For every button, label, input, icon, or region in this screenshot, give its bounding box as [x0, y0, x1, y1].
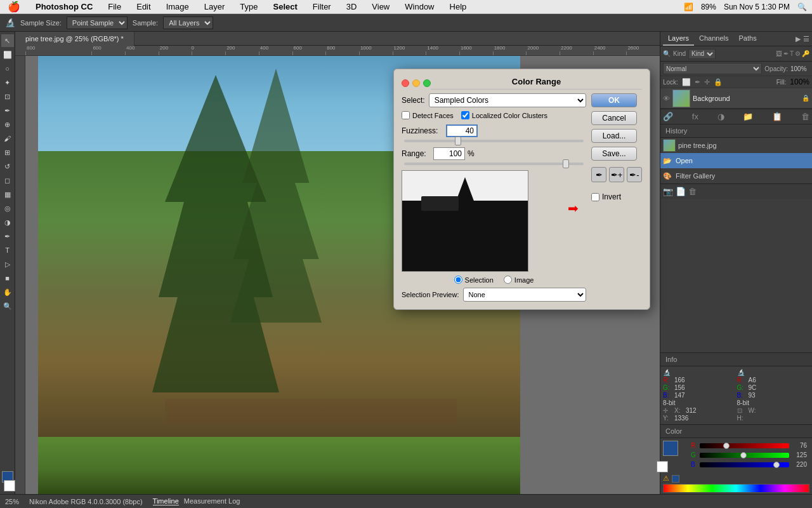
lock-position-icon[interactable]: ✛ [704, 78, 710, 86]
new-group-icon[interactable]: 📁 [743, 112, 753, 121]
menu-file[interactable]: File [105, 2, 124, 11]
lock-all-icon[interactable]: 🔒 [714, 78, 723, 86]
marquee-tool[interactable]: ⬜ [1, 48, 14, 61]
foreground-color-swatch[interactable] [663, 441, 678, 456]
lock-pixels-icon[interactable]: ✒ [695, 78, 700, 86]
history-item-filter[interactable]: 🎨 Filter Gallery [660, 168, 812, 184]
filter-kind-select[interactable]: Kind [688, 49, 716, 59]
path-selection-tool[interactable]: ▷ [1, 258, 14, 271]
add-eyedropper[interactable]: ✒+ [609, 167, 624, 182]
zoom-tool[interactable]: 🔍 [1, 300, 14, 312]
menu-type[interactable]: Type [237, 2, 260, 11]
close-button[interactable] [402, 79, 409, 87]
g-slider-thumb[interactable] [740, 452, 747, 458]
sample-select[interactable]: All Layers [163, 17, 213, 29]
hand-tool[interactable]: ✋ [1, 286, 14, 298]
fuzziness-slider-handle[interactable] [455, 137, 461, 145]
g-slider[interactable] [700, 453, 789, 458]
range-slider-handle[interactable] [563, 159, 569, 168]
measurement-log-tab[interactable]: Measurement Log [184, 497, 240, 505]
fuzziness-input[interactable]: 40 [446, 124, 478, 137]
subtract-eyedropper[interactable]: ✒- [627, 167, 642, 182]
play-button[interactable]: ▶ [796, 35, 801, 43]
cancel-button[interactable]: Cancel [591, 111, 637, 125]
fx-icon[interactable]: fx [692, 112, 698, 121]
lasso-tool[interactable]: ○ [1, 62, 14, 75]
color-range-dialog[interactable]: Color Range Select: Sampled Colors Reds … [393, 69, 650, 310]
r-slider[interactable] [700, 443, 789, 448]
background-color[interactable] [4, 480, 15, 491]
new-snapshot-icon[interactable]: 📷 [663, 187, 673, 196]
history-item-snapshot[interactable]: pine tree.jpg [660, 138, 812, 153]
b-slider-thumb[interactable] [773, 462, 780, 468]
invert-checkbox[interactable] [591, 193, 599, 201]
sample-size-select[interactable]: Point Sample [67, 17, 128, 29]
blur-tool[interactable]: ◎ [1, 202, 14, 215]
b-slider[interactable] [700, 462, 789, 467]
detect-faces-checkbox[interactable] [402, 111, 410, 119]
menu-window[interactable]: Window [402, 2, 436, 11]
sample-eyedropper[interactable]: ✒ [591, 167, 606, 182]
selection-preview-select[interactable]: None Grayscale Black Matte White Matte Q… [463, 288, 587, 302]
search-icon[interactable]: 🔍 [797, 3, 807, 11]
panel-menu-icon[interactable]: ☰ [803, 35, 809, 43]
menu-edit[interactable]: Edit [134, 2, 153, 11]
document-tab[interactable]: pine tree.jpg @ 25% (RGB/8*) * [15, 32, 134, 46]
load-button[interactable]: Load... [591, 129, 637, 143]
new-layer-icon[interactable]: 📋 [772, 112, 782, 121]
r-slider-value: 76 [792, 442, 807, 449]
color-spectrum-bar[interactable] [663, 484, 809, 493]
menu-layer[interactable]: Layer [202, 2, 228, 11]
image-radio[interactable] [504, 276, 512, 284]
localized-checkbox[interactable] [461, 111, 469, 119]
menu-help[interactable]: Help [447, 2, 469, 11]
new-adjustment-icon[interactable]: ◑ [717, 112, 724, 121]
brush-tool[interactable]: 🖌 [1, 132, 14, 145]
shape-tool[interactable]: ■ [1, 272, 14, 284]
move-tool[interactable]: ↖ [1, 34, 14, 47]
pen-tool[interactable]: ✒ [1, 230, 14, 243]
selection-radio[interactable] [454, 276, 462, 284]
tab-channels[interactable]: Channels [694, 32, 733, 46]
history-brush-tool[interactable]: ↺ [1, 160, 14, 173]
text-tool[interactable]: T [1, 244, 14, 257]
healing-brush-tool[interactable]: ⊕ [1, 118, 14, 131]
gradient-tool[interactable]: ▦ [1, 188, 14, 201]
detect-faces-label: Detect Faces [412, 112, 454, 119]
w-label: W: [749, 407, 757, 414]
maximize-button[interactable] [423, 79, 431, 87]
new-doc-from-state-icon[interactable]: 📄 [676, 187, 686, 196]
delete-state-icon[interactable]: 🗑 [688, 187, 697, 196]
clone-stamp-tool[interactable]: ⊞ [1, 146, 14, 159]
history-item-open[interactable]: 📂 Open [660, 153, 812, 168]
timeline-tab[interactable]: Timeline [153, 497, 179, 505]
select-dropdown[interactable]: Sampled Colors Reds Yellows Greens Cyans… [429, 93, 586, 107]
background-color-swatch[interactable] [657, 461, 668, 472]
blend-mode-select[interactable]: Normal [663, 63, 762, 74]
crop-tool[interactable]: ⊡ [1, 90, 14, 103]
menu-filter[interactable]: Filter [310, 2, 334, 11]
apple-menu[interactable]: 🍎 [5, 1, 23, 13]
r-slider-thumb[interactable] [723, 443, 730, 449]
delete-layer-icon[interactable]: 🗑 [801, 112, 809, 121]
menu-select[interactable]: Select [270, 2, 299, 11]
eyedropper-tool[interactable]: ✒ [1, 104, 14, 117]
save-button[interactable]: Save... [591, 147, 637, 161]
menu-3d[interactable]: 3D [344, 2, 360, 11]
eraser-tool[interactable]: ◻ [1, 174, 14, 187]
magic-wand-tool[interactable]: ✦ [1, 76, 14, 89]
layer-visibility-icon[interactable]: 👁 [663, 95, 670, 102]
link-layers-icon[interactable]: 🔗 [663, 112, 673, 121]
ok-button[interactable]: OK [591, 93, 637, 107]
menu-image[interactable]: Image [164, 2, 192, 11]
range-input[interactable]: 100 [433, 147, 465, 160]
tab-paths[interactable]: Paths [734, 32, 762, 46]
layer-background[interactable]: 👁 Background 🔒 [660, 88, 812, 109]
tab-layers[interactable]: Layers [663, 32, 694, 46]
g-slider-value: 125 [792, 451, 807, 458]
minimize-button[interactable] [412, 79, 420, 87]
dodge-tool[interactable]: ◑ [1, 216, 14, 229]
menu-view[interactable]: View [369, 2, 392, 11]
history-title: History [660, 124, 812, 138]
lock-transparent-icon[interactable]: ⬜ [682, 78, 691, 86]
